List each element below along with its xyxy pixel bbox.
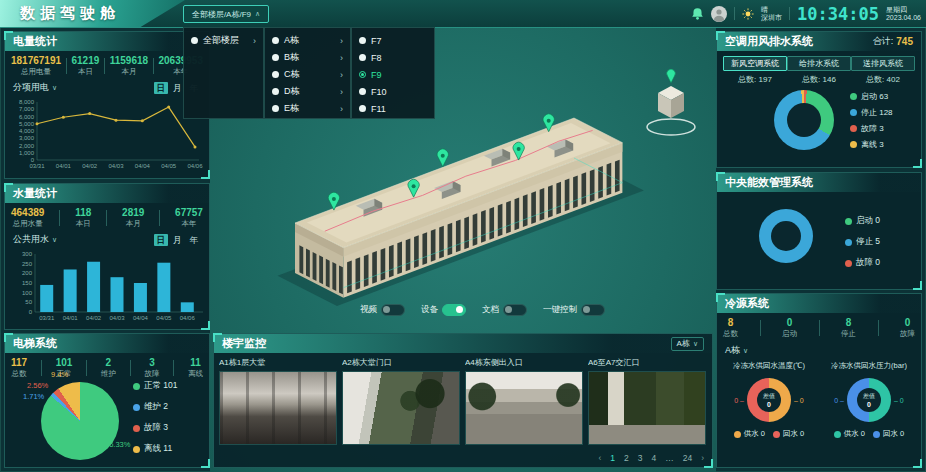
menu-item-B栋[interactable]: B栋› bbox=[265, 49, 350, 66]
page-4[interactable]: 4 bbox=[651, 453, 656, 463]
menu-item-label: D栋 bbox=[284, 85, 335, 98]
menu-item-C栋[interactable]: C栋› bbox=[265, 66, 350, 83]
camera-label: A1栋1层大堂 bbox=[219, 357, 337, 368]
legend-item: 回水 0 bbox=[873, 429, 904, 439]
pie-callout: 86.33% bbox=[105, 440, 130, 449]
toggle-knob bbox=[456, 306, 463, 313]
page-24[interactable]: 24 bbox=[683, 453, 692, 463]
camera-feed[interactable] bbox=[219, 371, 337, 445]
floor-menu-root-column: 全部楼层› bbox=[183, 27, 264, 119]
tab-年[interactable]: 年 bbox=[187, 234, 202, 246]
toggle-label: 设备 bbox=[421, 304, 438, 316]
cooling-stats-row: 8总数0启动8停止0故障 bbox=[717, 313, 921, 341]
legend-label: 故障 3 bbox=[144, 422, 168, 434]
electricity-category-dropdown[interactable]: 分项用电 ∨ bbox=[13, 81, 57, 94]
weekday: 星期四 bbox=[886, 6, 921, 14]
page-…[interactable]: … bbox=[665, 453, 674, 463]
chevron-down-icon: ∨ bbox=[52, 236, 57, 244]
prev-page-button[interactable]: ‹ bbox=[598, 453, 601, 463]
toggle-一键控制: 一键控制 bbox=[543, 304, 605, 316]
menu-item-label: F8 bbox=[371, 53, 427, 63]
stat-divider bbox=[153, 58, 154, 74]
menu-item-D栋[interactable]: D栋› bbox=[265, 83, 350, 100]
legend-label: 故障 0 bbox=[856, 257, 880, 269]
donut-hole bbox=[771, 221, 801, 251]
stat-divider bbox=[104, 58, 105, 74]
next-page-button[interactable]: › bbox=[701, 453, 704, 463]
camera-feed[interactable] bbox=[588, 371, 706, 445]
elevator-legend: 正常 101维护 2故障 3离线 11 bbox=[133, 380, 178, 455]
energy-donut-chart bbox=[759, 209, 813, 263]
camera-feed[interactable] bbox=[465, 371, 583, 445]
hvac-donut-chart bbox=[774, 90, 834, 150]
dropdown-value: 分项用电 bbox=[13, 81, 49, 94]
camera-feed[interactable] bbox=[342, 371, 460, 445]
legend-item: 故障 3 bbox=[850, 123, 893, 134]
water-panel: 水量统计 464389总用水量118本日2819本月67757本年 公共用水 ∨… bbox=[4, 183, 210, 330]
toggle-knob bbox=[583, 306, 590, 313]
stat-停止: 8停止 bbox=[841, 317, 856, 339]
camera-building-dropdown[interactable]: A栋 ∨ bbox=[671, 337, 704, 351]
floor-selector-dropdown[interactable]: 全部楼层/A栋/F9 ∧ bbox=[183, 5, 269, 23]
radio-icon bbox=[272, 54, 279, 61]
menu-item-F11[interactable]: F11 bbox=[352, 100, 434, 117]
panel-title: 水量统计 bbox=[13, 184, 57, 203]
cooling-building-dropdown[interactable]: A栋 ∨ bbox=[717, 341, 921, 357]
menu-item-E栋[interactable]: E栋› bbox=[265, 100, 350, 117]
floor-menu-floors-column: F7F8F9F10F11 bbox=[351, 27, 435, 119]
toggle-switch[interactable] bbox=[581, 304, 605, 316]
svg-text:04/03: 04/03 bbox=[109, 315, 125, 321]
legend-item: 回水 0 bbox=[773, 429, 804, 439]
stat-value: 8 bbox=[841, 317, 856, 328]
system-button[interactable]: 新风空调系统 bbox=[723, 56, 787, 71]
water-category-dropdown[interactable]: 公共用水 ∨ bbox=[13, 233, 57, 246]
sun-weather-icon bbox=[742, 8, 754, 20]
tab-月[interactable]: 月 bbox=[170, 234, 185, 246]
chevron-up-icon: ∧ bbox=[255, 10, 260, 18]
elevator-panel-header: 电梯系统 bbox=[5, 334, 209, 353]
menu-item-label: F10 bbox=[371, 87, 427, 97]
toggle-label: 视频 bbox=[360, 304, 377, 316]
page-1[interactable]: 1 bbox=[610, 453, 615, 463]
gauge-冷冻水供回水压力(bar): 冷冻水供回水压力(bar)0 –差值0– 0供水 0回水 0 bbox=[821, 357, 917, 439]
stat-维护: 2维护 bbox=[101, 357, 116, 379]
panel-title: 冷源系统 bbox=[725, 294, 769, 313]
clock: 10:34:05 bbox=[797, 4, 879, 24]
stat-label: 故障 bbox=[900, 329, 915, 339]
avatar[interactable] bbox=[711, 6, 727, 22]
water-stats-row: 464389总用水量118本日2819本月67757本年 bbox=[5, 203, 209, 231]
hvac-system-buttons: 新风空调系统总数: 197给排水系统总数: 146送排风系统总数: 402 bbox=[717, 51, 921, 85]
menu-item-F8[interactable]: F8 bbox=[352, 49, 434, 66]
system-button[interactable]: 给排水系统 bbox=[787, 56, 851, 71]
bell-icon[interactable] bbox=[691, 7, 704, 21]
pie-callout: 2.56% bbox=[27, 381, 48, 390]
elevator-panel: 电梯系统 117总数101正常2维护3故障11离线 9.4%2.56%1.71%… bbox=[4, 333, 210, 468]
gauge-冷冻水供回水温度(℃): 冷冻水供回水温度(℃)0 –差值0– 0供水 0回水 0 bbox=[721, 357, 817, 439]
tab-日[interactable]: 日 bbox=[154, 234, 169, 246]
stat-divider bbox=[878, 320, 879, 336]
toggle-switch[interactable] bbox=[442, 304, 466, 316]
camera-pagination: ‹1234…24› bbox=[598, 453, 704, 463]
header-divider bbox=[789, 7, 790, 20]
gauge-left-value: 0 – bbox=[834, 397, 844, 404]
system-button[interactable]: 送排风系统 bbox=[851, 56, 915, 71]
system-送排风系统: 送排风系统总数: 402 bbox=[851, 56, 915, 85]
tab-日[interactable]: 日 bbox=[154, 82, 169, 94]
menu-item-A栋[interactable]: A栋› bbox=[265, 32, 350, 49]
chevron-right-icon: › bbox=[340, 104, 343, 114]
toggle-switch[interactable] bbox=[381, 304, 405, 316]
menu-item-F10[interactable]: F10 bbox=[352, 83, 434, 100]
page-3[interactable]: 3 bbox=[638, 453, 643, 463]
stat-value: 2819 bbox=[122, 207, 144, 218]
menu-item-全部楼层[interactable]: 全部楼层› bbox=[184, 32, 263, 49]
menu-item-F7[interactable]: F7 bbox=[352, 32, 434, 49]
menu-item-F9[interactable]: F9 bbox=[352, 66, 434, 83]
page-2[interactable]: 2 bbox=[624, 453, 629, 463]
toggle-switch[interactable] bbox=[503, 304, 527, 316]
radio-icon bbox=[272, 105, 279, 112]
camera-cell: A4栋东侧出入口 bbox=[465, 355, 583, 445]
stat-value: 464389 bbox=[11, 207, 44, 218]
gauge-left-value: 0 – bbox=[734, 397, 744, 404]
stat-label: 本月 bbox=[122, 219, 144, 229]
legend-item: 停止 5 bbox=[845, 236, 880, 248]
